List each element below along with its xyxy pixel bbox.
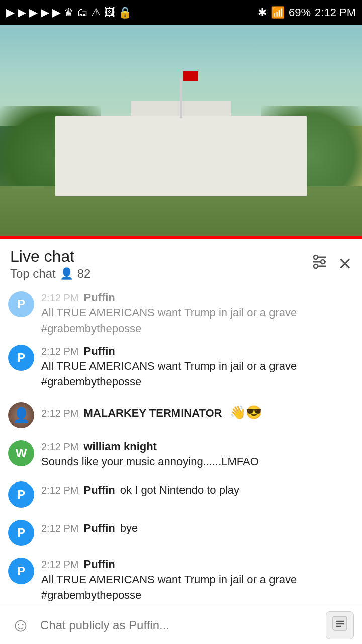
app-icon-1: ▶ <box>6 6 15 19</box>
chat-input[interactable] <box>40 613 319 638</box>
wifi-icon: 📶 <box>271 6 285 19</box>
app-icon-5: ▶ <box>52 6 61 19</box>
close-icon[interactable]: ✕ <box>338 254 352 274</box>
status-icons-right: ✱ 📶 69% 2:12 PM <box>258 6 356 19</box>
app-icon-9: 🖼 <box>104 6 115 19</box>
chat-message: P 2:12 PM Puffin bye <box>0 514 362 552</box>
message-content: 2:12 PM Puffin bye <box>41 520 354 536</box>
message-content: 2:12 PM Puffin All TRUE AMERICANS want T… <box>41 291 354 337</box>
battery-text: 69% <box>289 6 311 19</box>
app-icon-10: 🔒 <box>118 6 132 19</box>
app-icon-2: ▶ <box>18 6 26 19</box>
chat-message: P 2:12 PM Puffin All TRUE AMERICANS want… <box>0 552 362 609</box>
svg-point-5 <box>314 264 318 268</box>
bluetooth-icon: ✱ <box>258 6 267 19</box>
app-icon-7: 🗂 <box>77 6 88 19</box>
chat-message: P 2:12 PM Puffin ok I got Nintendo to pl… <box>0 475 362 514</box>
message-content: 2:12 PM Puffin All TRUE AMERICANS want T… <box>41 558 354 603</box>
time-display: 2:12 PM <box>315 6 356 19</box>
avatar: P <box>8 345 34 371</box>
message-header: 2:12 PM MALARKEY TERMINATOR 👋😎 <box>41 402 354 421</box>
svg-point-3 <box>314 255 318 259</box>
message-time: 2:12 PM <box>41 292 78 304</box>
avatar: P <box>8 558 34 584</box>
message-author: Puffin <box>83 345 115 358</box>
message-author: Puffin <box>83 558 115 571</box>
chat-message: W 2:12 PM william knight Sounds like you… <box>0 434 362 476</box>
message-author: MALARKEY TERMINATOR <box>83 407 222 420</box>
message-time: 2:12 PM <box>41 559 78 571</box>
message-text: All TRUE AMERICANS want Trump in jail or… <box>41 305 354 337</box>
message-text: Sounds like your music annoying......LMF… <box>41 454 354 470</box>
send-button[interactable] <box>326 611 354 639</box>
chat-input-area: ☺ <box>0 606 362 644</box>
app-icon-8: ⚠ <box>91 6 101 19</box>
chat-messages-container[interactable]: P 2:12 PM Puffin All TRUE AMERICANS want… <box>0 285 362 617</box>
message-time: 2:12 PM <box>41 485 78 496</box>
message-author: Puffin <box>83 291 115 304</box>
chat-header: Live chat Top chat 👤 82 ✕ <box>0 239 362 285</box>
message-author: Puffin <box>83 522 115 535</box>
emoji-button[interactable]: ☺ <box>8 613 33 638</box>
top-chat-label[interactable]: Top chat <box>10 267 56 281</box>
message-text: All TRUE AMERICANS want Trump in jail or… <box>41 572 354 603</box>
message-text-inline: bye <box>120 521 138 536</box>
chat-message: 👤 2:12 PM MALARKEY TERMINATOR 👋😎 <box>0 396 362 434</box>
avatar: P <box>8 481 34 508</box>
chat-message: P 2:12 PM Puffin All TRUE AMERICANS want… <box>0 339 362 396</box>
viewer-icon: 👤 <box>60 267 73 280</box>
message-content: 2:12 PM Puffin All TRUE AMERICANS want T… <box>41 345 354 390</box>
message-content: 2:12 PM william knight Sounds like your … <box>41 440 354 470</box>
avatar: P <box>8 520 34 546</box>
video-thumbnail[interactable] <box>0 25 362 236</box>
message-header: 2:12 PM william knight <box>41 440 354 453</box>
live-chat-title: Live chat <box>10 247 90 266</box>
chat-header-icons: ✕ <box>311 253 352 274</box>
message-header: 2:12 PM Puffin <box>41 558 354 571</box>
send-icon <box>332 615 348 635</box>
message-header: 2:12 PM Puffin <box>41 291 354 304</box>
message-content: 2:12 PM MALARKEY TERMINATOR 👋😎 <box>41 402 354 421</box>
chat-message: P 2:12 PM Puffin All TRUE AMERICANS want… <box>0 285 362 339</box>
app-icon-4: ▶ <box>41 6 49 19</box>
emoji-icon: ☺ <box>11 614 31 636</box>
status-bar: ▶ ▶ ▶ ▶ ▶ ♛ 🗂 ⚠ 🖼 🔒 ✱ 📶 69% 2:12 PM <box>0 0 362 25</box>
message-author: Puffin <box>83 484 115 497</box>
app-icon-6: ♛ <box>64 6 74 19</box>
avatar: W <box>8 440 34 466</box>
message-author: william knight <box>83 440 156 453</box>
message-header: 2:12 PM Puffin <box>41 345 354 358</box>
avatar-photo: 👤 <box>8 402 34 428</box>
message-content: 2:12 PM Puffin ok I got Nintendo to play <box>41 481 354 498</box>
message-time: 2:12 PM <box>41 523 78 534</box>
message-emoji: 👋😎 <box>230 403 262 421</box>
viewer-count: 82 <box>77 267 91 281</box>
avatar: P <box>8 291 34 317</box>
message-time: 2:12 PM <box>41 441 78 453</box>
chat-subtitle[interactable]: Top chat 👤 82 <box>10 267 90 281</box>
status-icons-left: ▶ ▶ ▶ ▶ ▶ ♛ 🗂 ⚠ 🖼 🔒 <box>6 6 132 19</box>
message-time: 2:12 PM <box>41 408 78 419</box>
svg-point-4 <box>321 260 325 264</box>
chat-title-area: Live chat Top chat 👤 82 <box>10 247 90 281</box>
filter-icon[interactable] <box>311 253 328 274</box>
message-text-inline: ok I got Nintendo to play <box>120 482 239 498</box>
message-text: All TRUE AMERICANS want Trump in jail or… <box>41 359 354 390</box>
message-time: 2:12 PM <box>41 346 78 357</box>
message-header: 2:12 PM Puffin ok I got Nintendo to play <box>41 481 354 498</box>
app-icon-3: ▶ <box>29 6 38 19</box>
message-header: 2:12 PM Puffin bye <box>41 520 354 536</box>
